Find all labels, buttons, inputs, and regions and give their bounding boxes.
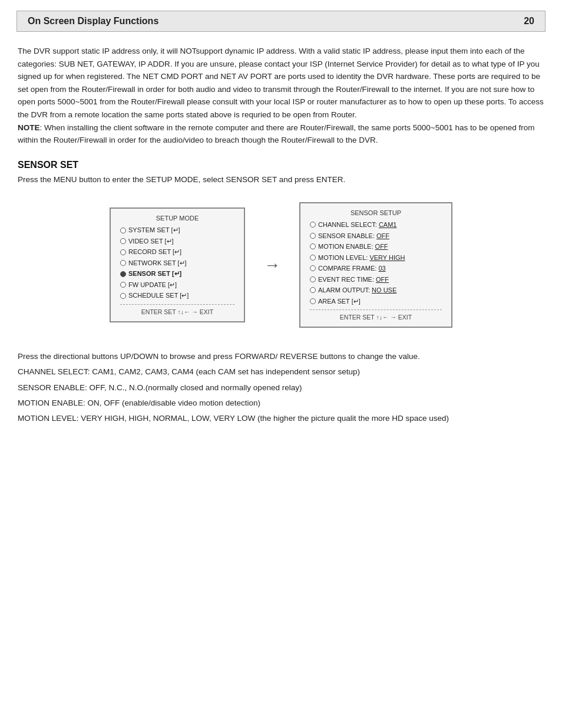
setup-item-video: VIDEO SET [↵] <box>120 236 234 246</box>
sensor-item-event-rec: EVENT REC TIME: OFF <box>310 275 442 285</box>
section-subtext: Press the MENU button to enter the SETUP… <box>18 174 544 186</box>
page-number: 20 <box>524 16 534 27</box>
bottom-line-3: SENSOR ENABLE: OFF, N.C., N.O.(normally … <box>18 381 544 394</box>
bottom-line-5: MOTION LEVEL: VERY HIGH, HIGH, NORMAL, L… <box>18 412 544 425</box>
diagram-area: SETUP MODE SYSTEM SET [↵] VIDEO SET [↵] … <box>18 202 544 328</box>
page-body: The DVR support static IP address only, … <box>0 32 562 439</box>
intro-note-bold: NOTE <box>18 123 40 132</box>
setup-item-system-label: SYSTEM SET [↵] <box>128 225 180 235</box>
sensor-alarm-output-label: ALARM OUTPUT: NO USE <box>318 285 396 295</box>
setup-item-sensor: SENSOR SET [↵] <box>120 269 234 279</box>
sensor-setup-box: SENSOR SETUP CHANNEL SELECT: CAM1 SENSOR… <box>299 202 452 328</box>
circle-icon-channel <box>310 222 316 228</box>
setup-mode-box: SETUP MODE SYSTEM SET [↵] VIDEO SET [↵] … <box>110 207 245 322</box>
setup-item-schedule: SCHEDULE SET [↵] <box>120 291 234 301</box>
circle-icon-enable <box>310 233 316 239</box>
page-header: On Screen Display Functions 20 <box>16 11 546 32</box>
setup-item-record: RECORD SET [↵] <box>120 247 234 257</box>
circle-icon-area-set <box>310 298 316 304</box>
sensor-motion-level-label: MOTION LEVEL: VERY HIGH <box>318 253 405 263</box>
circle-icon-compare-frame <box>310 265 316 271</box>
section-heading: SENSOR SET <box>18 160 544 170</box>
sensor-motion-enable-label: MOTION ENABLE: OFF <box>318 242 388 252</box>
sensor-box-footer: ENTER SET ↑↓← → EXIT <box>310 314 442 321</box>
sensor-area-set-label: AREA SET [↵] <box>318 297 361 307</box>
sensor-setup-title: SENSOR SETUP <box>310 209 442 216</box>
setup-item-network-label: NETWORK SET [↵] <box>128 258 187 268</box>
bottom-line-1: Press the directional buttons UP/DOWN to… <box>18 350 544 363</box>
sensor-item-motion-enable: MOTION ENABLE: OFF <box>310 242 442 252</box>
setup-item-network: NETWORK SET [↵] <box>120 258 234 268</box>
circle-icon-schedule <box>120 293 126 299</box>
sensor-enable-label: SENSOR ENABLE: OFF <box>318 231 389 241</box>
setup-item-sensor-label: SENSOR SET [↵] <box>128 269 181 279</box>
arrow-icon: → <box>264 256 280 275</box>
intro-note-rest: : When installing the client software in… <box>18 123 535 145</box>
header-title: On Screen Display Functions <box>28 16 158 27</box>
setup-item-record-label: RECORD SET [↵] <box>128 247 181 257</box>
sensor-item-channel: CHANNEL SELECT: CAM1 <box>310 220 442 230</box>
setup-item-fw-label: FW UPDATE [↵] <box>128 280 177 290</box>
setup-item-video-label: VIDEO SET [↵] <box>128 236 174 246</box>
setup-box-footer: ENTER SET ↑↓← → EXIT <box>120 308 234 315</box>
setup-mode-title: SETUP MODE <box>120 215 234 222</box>
sensor-box-divider <box>310 309 442 310</box>
circle-icon-motion-enable <box>310 243 316 249</box>
bottom-line-2: CHANNEL SELECT: CAM1, CAM2, CAM3, CAM4 (… <box>18 365 544 378</box>
setup-box-divider <box>120 304 234 305</box>
circle-icon-system <box>120 228 126 233</box>
circle-icon-event-rec <box>310 276 316 282</box>
sensor-item-compare-frame: COMPARE FRAME: 03 <box>310 263 442 274</box>
sensor-item-alarm-output: ALARM OUTPUT: NO USE <box>310 285 442 295</box>
page-wrapper: On Screen Display Functions 20 The DVR s… <box>0 11 562 728</box>
setup-item-fw: FW UPDATE [↵] <box>120 280 234 290</box>
intro-paragraph: The DVR support static IP address only, … <box>18 45 544 147</box>
circle-icon-motion-level <box>310 255 316 261</box>
circle-icon-fw <box>120 282 126 288</box>
circle-icon-record <box>120 249 126 255</box>
sensor-item-area-set: AREA SET [↵] <box>310 297 442 307</box>
sensor-event-rec-label: EVENT REC TIME: OFF <box>318 275 389 285</box>
bottom-line-4: MOTION ENABLE: ON, OFF (enable/disable v… <box>18 397 544 410</box>
circle-icon-video <box>120 238 126 244</box>
setup-item-schedule-label: SCHEDULE SET [↵] <box>128 291 189 301</box>
sensor-item-enable: SENSOR ENABLE: OFF <box>310 231 442 241</box>
circle-icon-network <box>120 260 126 266</box>
circle-icon-sensor <box>120 271 126 277</box>
sensor-item-motion-level: MOTION LEVEL: VERY HIGH <box>310 253 442 263</box>
circle-icon-alarm-output <box>310 287 316 293</box>
sensor-compare-frame-label: COMPARE FRAME: 03 <box>318 263 386 274</box>
intro-text1: The DVR support static IP address only, … <box>18 47 544 119</box>
bottom-text-block: Press the directional buttons UP/DOWN to… <box>18 350 544 425</box>
setup-item-system: SYSTEM SET [↵] <box>120 225 234 235</box>
sensor-channel-label: CHANNEL SELECT: CAM1 <box>318 220 396 230</box>
